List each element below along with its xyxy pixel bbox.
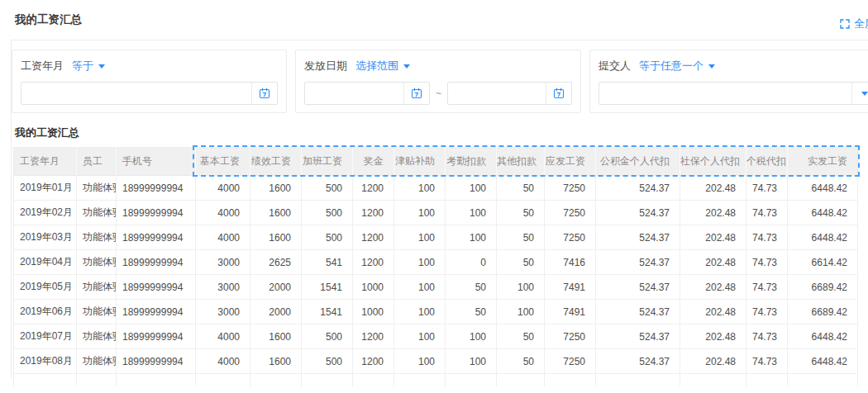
table-cell: 74.73 (746, 250, 788, 275)
table-row: 2019年08月功能体验1899999999440001600500120010… (14, 349, 858, 374)
table-cell: 3000 (196, 300, 250, 324)
salary-table: 工资年月 员工 手机号 基本工资 绩效工资 加班工资 奖金 津贴补助 考勤扣款 … (13, 147, 858, 386)
column-header[interactable]: 考勤扣款 (446, 148, 497, 176)
table-cell: 500 (302, 324, 353, 349)
table-body: 2019年01月功能体验1899999999440001600500120010… (14, 176, 858, 387)
table-cell: 1600 (250, 176, 302, 201)
table-cell: 100 (446, 349, 497, 374)
table-row: 2019年02月功能体验1899999999440001600500120010… (14, 201, 858, 225)
table-cell: 18999999994 (117, 176, 196, 201)
filter-panel-submitter: 提交人 等于任意一个 (589, 50, 868, 113)
table-cell: 1200 (353, 225, 394, 250)
table-cell: 500 (302, 201, 353, 225)
pay-date-start-calendar-button[interactable] (403, 83, 429, 104)
salary-month-input[interactable] (21, 83, 251, 104)
table-cell: 100 (446, 201, 497, 225)
calendar-icon (553, 88, 565, 99)
table-cell: 100 (394, 300, 446, 324)
column-header[interactable]: 绩效工资 (250, 148, 302, 176)
submitter-input[interactable] (599, 83, 851, 104)
caret-down-icon (403, 64, 410, 69)
table-cell: 4000 (196, 201, 250, 225)
pay-date-start-field (304, 82, 430, 105)
fullscreen-icon (840, 19, 850, 29)
table-cell: 1600 (250, 201, 302, 225)
table-cell: 100 (497, 300, 545, 324)
table-cell (446, 374, 497, 387)
table-cell (196, 374, 250, 387)
table-cell: 524.37 (596, 201, 680, 225)
calendar-icon (411, 88, 422, 99)
table-cell: 2019年08月 (14, 349, 77, 374)
column-header[interactable]: 加班工资 (302, 148, 353, 176)
table-cell: 1541 (302, 300, 353, 324)
table-cell: 1200 (353, 324, 394, 349)
submitter-dropdown-button[interactable] (851, 83, 868, 104)
table-cell: 2000 (250, 275, 302, 300)
table-cell (302, 374, 353, 387)
table-header-row: 工资年月 员工 手机号 基本工资 绩效工资 加班工资 奖金 津贴补助 考勤扣款 … (14, 148, 858, 176)
column-header[interactable]: 实发工资 (788, 148, 858, 176)
column-header[interactable]: 津贴补助 (394, 148, 446, 176)
filter-label-submitter: 提交人 (599, 59, 631, 73)
filter-operator-submitter[interactable]: 等于任意一个 (639, 59, 715, 73)
table-cell (545, 374, 596, 387)
table-cell: 202.48 (680, 275, 746, 300)
table-cell: 18999999994 (117, 324, 196, 349)
column-header[interactable]: 奖金 (353, 148, 394, 176)
column-header[interactable]: 公积金个人代扣 (596, 148, 680, 176)
pay-date-end-calendar-button[interactable] (546, 83, 571, 104)
table-cell: 功能体验 (77, 176, 117, 201)
table-cell: 7250 (545, 349, 596, 374)
table-cell: 18999999994 (117, 275, 196, 300)
column-header[interactable]: 个税代扣 (746, 148, 788, 176)
column-header[interactable]: 其他扣款 (497, 148, 545, 176)
caret-down-icon (861, 92, 868, 96)
table-cell: 50 (497, 250, 545, 275)
table-cell: 2019年07月 (14, 324, 77, 349)
submitter-select[interactable] (599, 82, 868, 105)
table-row: 2019年07月功能体验1899999999440001600500120010… (14, 324, 858, 349)
column-header[interactable]: 社保个人代扣 (680, 148, 746, 176)
table-cell: 4000 (196, 225, 250, 250)
table-cell: 4000 (196, 349, 250, 374)
table-row: 2019年03月功能体验1899999999440001600500120010… (14, 225, 858, 250)
table-cell: 7250 (545, 225, 596, 250)
column-header[interactable]: 基本工资 (196, 148, 250, 176)
column-header[interactable]: 应发工资 (545, 148, 596, 176)
fullscreen-button[interactable]: 全屏 (840, 17, 868, 31)
column-header[interactable]: 员工 (77, 148, 117, 176)
salary-month-calendar-button[interactable] (251, 83, 277, 104)
table-cell: 100 (446, 225, 497, 250)
operator-label: 等于任意一个 (639, 59, 703, 73)
column-header[interactable]: 手机号 (117, 148, 196, 176)
table-cell: 74.73 (746, 324, 788, 349)
table-cell: 100 (446, 324, 497, 349)
table-title: 我的工资汇总 (15, 125, 79, 140)
table-cell: 6689.42 (788, 300, 858, 324)
table-cell: 7416 (545, 250, 596, 275)
table-cell: 500 (302, 176, 353, 201)
table-cell: 1600 (250, 324, 302, 349)
filter-panel-salary-month: 工资年月 等于 (12, 50, 287, 113)
table-row: 2019年06月功能体验1899999999430002000154110001… (14, 300, 858, 324)
column-header[interactable]: 工资年月 (14, 148, 77, 176)
table-cell: 1200 (353, 201, 394, 225)
pay-date-start-input[interactable] (305, 83, 403, 104)
table-cell (788, 374, 858, 387)
filter-operator-salary-month[interactable]: 等于 (72, 59, 105, 73)
table-cell: 2019年04月 (14, 250, 77, 275)
table-cell: 74.73 (746, 300, 788, 324)
table-cell (596, 374, 680, 387)
table-cell: 50 (446, 275, 497, 300)
table-cell (77, 374, 117, 387)
pay-date-end-input[interactable] (448, 83, 546, 104)
table-cell: 功能体验 (77, 324, 117, 349)
table-cell: 1600 (250, 349, 302, 374)
filter-operator-pay-date[interactable]: 选择范围 (355, 59, 410, 73)
table-cell: 18999999994 (117, 225, 196, 250)
table-cell: 74.73 (746, 349, 788, 374)
pay-date-end-field (447, 82, 572, 105)
table-cell: 202.48 (680, 300, 746, 324)
table-cell: 6448.42 (788, 176, 858, 201)
